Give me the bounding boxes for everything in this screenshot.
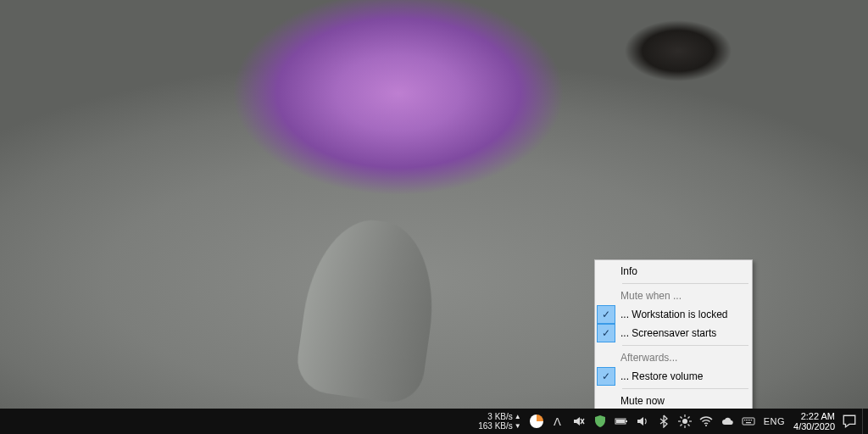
netspeed-up-value: 3 KB/s bbox=[487, 412, 512, 421]
svg-rect-16 bbox=[748, 420, 748, 420]
svg-point-3 bbox=[682, 419, 687, 424]
tray-overflow-button[interactable]: ᐱ bbox=[551, 415, 565, 428]
menu-item-label: Mute now bbox=[620, 392, 743, 410]
keyboard-icon[interactable] bbox=[742, 415, 755, 428]
speaker-icon[interactable] bbox=[636, 415, 649, 428]
volume-muted-icon[interactable] bbox=[572, 415, 586, 428]
svg-rect-15 bbox=[746, 420, 747, 420]
clock-date: 4/30/2020 bbox=[793, 421, 835, 431]
check-icon: ✓ bbox=[597, 367, 615, 386]
down-arrow-icon: ▼ bbox=[515, 421, 521, 431]
menu-header-mute-when: Mute when ... bbox=[597, 287, 750, 305]
notification-icon bbox=[842, 414, 857, 429]
menu-item-checkbox-empty bbox=[597, 392, 615, 410]
taskbar-clock[interactable]: 2:22 AM 4/30/2020 bbox=[788, 411, 840, 431]
menu-item-label: ... Restore volume bbox=[620, 367, 743, 386]
svg-rect-18 bbox=[751, 420, 752, 420]
menu-item-restore-volume[interactable]: ✓ ... Restore volume bbox=[597, 367, 750, 386]
cloud-sync-icon[interactable] bbox=[721, 415, 734, 428]
show-desktop-button[interactable] bbox=[862, 409, 868, 434]
netspeed-down-value: 163 KB/s bbox=[478, 421, 513, 431]
language-indicator[interactable]: ENG bbox=[760, 416, 788, 426]
up-arrow-icon: ▲ bbox=[515, 412, 521, 421]
bluetooth-icon[interactable] bbox=[657, 415, 670, 428]
svg-rect-14 bbox=[744, 420, 745, 420]
check-icon: ✓ bbox=[597, 324, 615, 342]
svg-rect-19 bbox=[746, 422, 751, 423]
menu-item-workstation-locked[interactable]: ✓ ... Workstation is locked bbox=[597, 305, 750, 324]
svg-rect-1 bbox=[626, 420, 627, 422]
menu-item-checkbox-empty bbox=[597, 287, 615, 305]
battery-icon[interactable] bbox=[615, 415, 628, 428]
system-tray: ᐱ bbox=[525, 415, 760, 428]
menu-item-screensaver-starts[interactable]: ✓ ... Screensaver starts bbox=[597, 324, 750, 342]
wifi-icon[interactable] bbox=[699, 415, 713, 428]
svg-line-8 bbox=[680, 417, 682, 419]
svg-rect-13 bbox=[743, 418, 754, 425]
menu-item-label: Afterwards... bbox=[620, 348, 743, 367]
menu-item-info[interactable]: Info bbox=[597, 262, 750, 281]
menu-item-label: ... Workstation is locked bbox=[620, 305, 743, 324]
menu-separator bbox=[622, 345, 748, 346]
menu-item-checkbox-empty bbox=[597, 262, 615, 281]
svg-rect-17 bbox=[749, 420, 750, 420]
check-icon: ✓ bbox=[597, 305, 615, 324]
svg-line-11 bbox=[687, 417, 689, 419]
pie-icon bbox=[530, 415, 543, 428]
menu-item-label: Mute when ... bbox=[620, 287, 743, 305]
clock-time: 2:22 AM bbox=[793, 411, 835, 421]
security-icon[interactable] bbox=[593, 415, 607, 428]
chevron-up-icon: ᐱ bbox=[554, 415, 561, 428]
taskbar: 3 KB/s ▲ 163 KB/s ▼ ᐱ bbox=[0, 409, 868, 434]
menu-item-label: Info bbox=[620, 262, 743, 281]
svg-line-9 bbox=[687, 425, 689, 426]
svg-rect-2 bbox=[616, 420, 625, 423]
menu-separator bbox=[622, 283, 748, 284]
menu-item-checkbox-empty bbox=[597, 348, 615, 367]
svg-point-12 bbox=[705, 425, 707, 426]
language-code: ENG bbox=[764, 416, 785, 426]
menu-item-mute-now[interactable]: Mute now bbox=[597, 392, 750, 410]
menu-separator bbox=[622, 388, 748, 389]
svg-line-10 bbox=[680, 425, 682, 426]
menu-header-afterwards: Afterwards... bbox=[597, 348, 750, 367]
brightness-icon[interactable] bbox=[678, 415, 692, 428]
action-center-button[interactable] bbox=[842, 414, 857, 429]
menu-item-label: ... Screensaver starts bbox=[620, 324, 743, 342]
disk-usage-icon[interactable] bbox=[530, 415, 543, 428]
netspeed-indicator[interactable]: 3 KB/s ▲ 163 KB/s ▼ bbox=[475, 412, 525, 431]
